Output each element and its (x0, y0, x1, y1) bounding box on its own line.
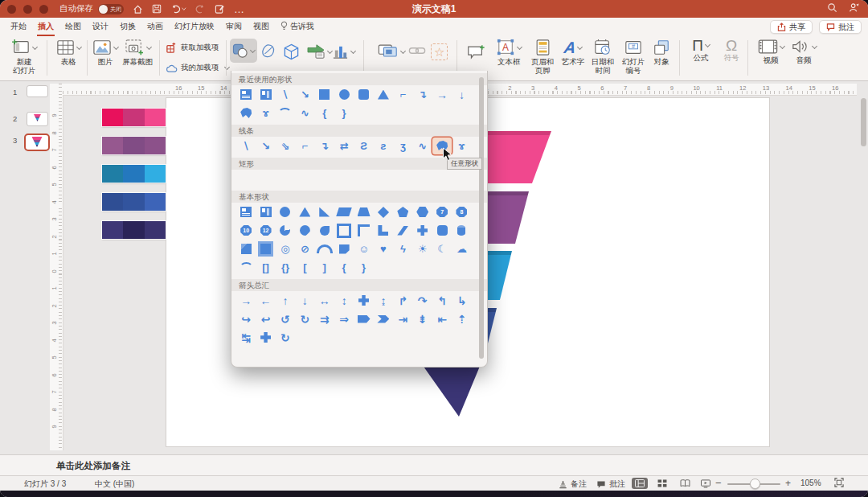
shape-snip-single-corner-rectangle[interactable] (276, 170, 295, 187)
shape-line[interactable]: ∖ (276, 86, 295, 103)
shape-line-arrow[interactable]: ↘ (295, 86, 314, 103)
save-icon[interactable] (152, 4, 162, 14)
normal-view-button[interactable] (632, 478, 648, 489)
datetime-button[interactable]: 日期和时间 (586, 39, 620, 75)
shape-double-bracket[interactable]: [] (256, 259, 275, 276)
shape-arc[interactable] (236, 259, 256, 276)
shape-diamond[interactable] (374, 203, 393, 220)
wordart-button[interactable]: A 艺术字 (556, 39, 590, 67)
shape-heptagon[interactable]: 7 (432, 203, 452, 220)
comments-toggle[interactable]: 批注 (596, 479, 625, 490)
3d-models-button[interactable] (283, 43, 300, 60)
shape-right-arrow[interactable]: → (236, 292, 256, 309)
equation-button[interactable]: Π 公式 (685, 39, 717, 63)
shape-quad-arrow-callout[interactable] (256, 329, 275, 346)
object-button[interactable]: 对象 (647, 39, 676, 67)
shape-up-arrow-callout[interactable]: ⇡ (452, 310, 471, 327)
print-icon[interactable] (215, 4, 225, 14)
shape-left-brace[interactable]: { (315, 105, 334, 121)
new-slide-button[interactable]: 新建幻灯片 (5, 39, 43, 75)
screenshot-button[interactable]: 屏幕截图 (117, 39, 158, 67)
close-window-button[interactable] (7, 5, 16, 14)
my-addins-button[interactable]: 我的加载项 (166, 63, 229, 73)
scrollbar-thumb[interactable] (861, 98, 866, 146)
shape-folded-corner[interactable] (334, 240, 354, 257)
shape-curved-down-arrow[interactable]: ↻ (295, 310, 314, 327)
home-icon[interactable] (133, 4, 143, 14)
shape-block-arc[interactable] (315, 240, 334, 257)
shape-oval[interactable] (276, 203, 295, 220)
undo-button[interactable] (170, 4, 186, 14)
shape-up-down-arrow[interactable]: ↕ (334, 292, 354, 309)
shape-text-box[interactable] (236, 86, 256, 103)
shape-rectangle[interactable] (315, 86, 334, 103)
color-bar-5[interactable] (102, 221, 166, 239)
color-bar-1[interactable] (102, 109, 166, 126)
fit-slide-button[interactable] (834, 478, 844, 489)
shape-frame[interactable] (334, 222, 354, 239)
shape-plaque[interactable] (432, 222, 452, 239)
tab-review[interactable]: 审阅 (225, 18, 243, 36)
shape-striped-right-arrow[interactable]: ⇉ (315, 310, 334, 327)
shape-oval[interactable] (334, 86, 354, 103)
shape-left-brace[interactable]: { (334, 259, 354, 276)
shape-elbow-double-arrow-connector[interactable]: ⇄ (334, 138, 354, 154)
shape-half-frame[interactable] (354, 222, 373, 239)
video-button[interactable]: 视频 (754, 39, 788, 65)
symbol-button[interactable]: Ω 符号 (718, 39, 745, 63)
share-button[interactable]: 共享 (770, 20, 813, 34)
shape-down-block-arrow[interactable]: ↓ (452, 86, 471, 103)
picture-button[interactable]: 图片 (90, 39, 121, 67)
shape-left-right-up-arrow[interactable]: ↨ (374, 292, 393, 309)
shape-sun[interactable]: ☀ (413, 240, 432, 257)
menu-scrollbar[interactable] (479, 77, 484, 359)
zoom-percentage[interactable]: 105% (800, 479, 821, 487)
shape-snip-same-side-corner-rectangle[interactable] (295, 170, 314, 187)
shape-smiley-face[interactable]: ☺ (354, 240, 373, 257)
slide-thumbnail-3[interactable] (24, 133, 50, 151)
shape-line-double-arrow[interactable]: ⇘ (276, 138, 295, 154)
shape-cloud[interactable]: ☁ (452, 240, 471, 257)
shape-pentagon[interactable] (393, 203, 412, 220)
tab-design[interactable]: 设计 (92, 18, 109, 36)
autosave-toggle[interactable]: 关闭 (98, 4, 124, 14)
shape-elbow-arrow-connector[interactable]: ↴ (413, 86, 432, 103)
share-contact-icon[interactable] (849, 2, 860, 16)
action-button[interactable]: ☆ (431, 43, 448, 60)
shapes-button[interactable] (230, 39, 257, 63)
shape-cross[interactable] (413, 222, 432, 239)
shape-snip-diagonal-corner-rectangle[interactable] (315, 170, 334, 187)
shape-left-arrow-callout[interactable]: ⇤ (432, 310, 452, 327)
shape-curved-left-arrow[interactable]: ↩ (256, 310, 275, 327)
shape-dodecagon[interactable]: 12 (256, 222, 275, 239)
screen-recording-button[interactable] (378, 43, 405, 60)
shape-arc[interactable] (276, 105, 295, 121)
audio-button[interactable]: 音频 (788, 39, 820, 65)
color-bar-4[interactable] (102, 193, 166, 211)
shape-vertical-text-box[interactable] (256, 86, 275, 103)
shape-quad-arrow[interactable] (354, 292, 373, 309)
tab-transitions[interactable]: 切换 (119, 18, 137, 36)
shape-diagonal-stripe[interactable] (393, 222, 412, 239)
shape-donut[interactable]: ◎ (276, 240, 295, 257)
language-indicator[interactable]: 中文 (中国) (95, 479, 134, 490)
shape-bevel[interactable] (256, 240, 275, 257)
shape-lightning-bolt[interactable]: ϟ (393, 240, 412, 257)
shape-isoceles-triangle[interactable] (295, 203, 314, 220)
shape-moon[interactable]: ☾ (432, 240, 452, 257)
shape-freeform[interactable] (236, 105, 256, 121)
shape-right-arrow-callout[interactable]: ⇥ (393, 310, 412, 327)
shape-right-brace[interactable]: } (354, 259, 373, 276)
slideshow-view-button[interactable] (698, 478, 714, 489)
shape-circular-arrow[interactable]: ↻ (276, 329, 295, 346)
new-comment-button[interactable] (466, 43, 485, 60)
shape-round-diagonal-corner-rectangle[interactable] (393, 170, 412, 187)
shape-cube[interactable] (236, 240, 256, 257)
shape-left-arrow[interactable]: ← (256, 292, 275, 309)
comments-button[interactable]: 批注 (819, 20, 862, 34)
shape-curve[interactable]: ∿ (413, 138, 432, 154)
shape-hexagon[interactable] (413, 203, 432, 220)
shape-snip-and-round-single-corner-rectangle[interactable] (334, 170, 354, 187)
shape-curve[interactable]: ∿ (295, 105, 314, 121)
shape-u-turn-arrow[interactable]: ↷ (413, 292, 432, 309)
